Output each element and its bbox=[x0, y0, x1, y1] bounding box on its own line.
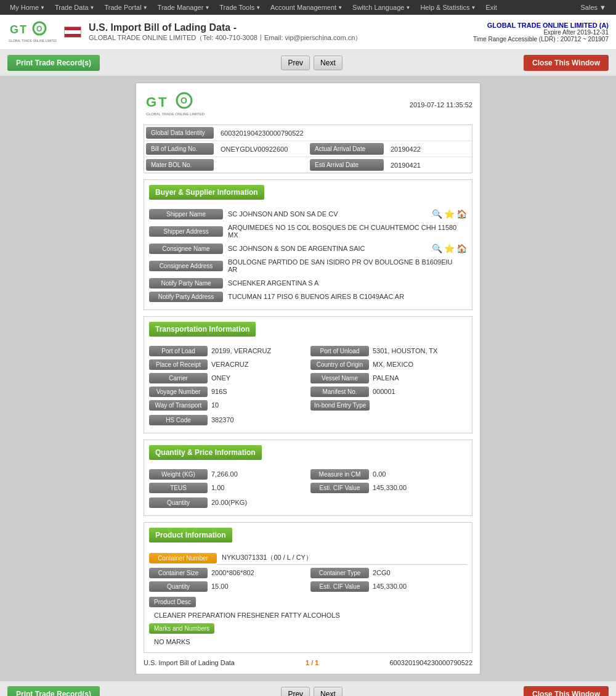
company-logo: G T O GLOBAL TRADE ONLINE LIMITED bbox=[7, 20, 57, 44]
shipper-icons: 🔍 ⭐ 🏠 bbox=[432, 209, 467, 219]
manifest-no-row: Manifest No. 000001 bbox=[310, 386, 467, 397]
notify-party-name-label: Notify Party Name bbox=[149, 278, 223, 289]
nav-switch-language[interactable]: Switch Language ▼ bbox=[347, 0, 415, 15]
notify-party-address-label: Notify Party Address bbox=[149, 292, 223, 302]
port-of-unload-value: 5301, HOUSTON, TX bbox=[369, 345, 441, 356]
quantity-label: Quantity bbox=[149, 497, 208, 508]
master-bol-label: Mater BOL No. bbox=[146, 159, 214, 171]
nav-trade-data[interactable]: Trade Data ▼ bbox=[50, 0, 100, 15]
bottom-close-button[interactable]: Close This Window bbox=[524, 686, 609, 696]
page-subtitle: GLOBAL TRADE ONLINE LIMITED（Tel: 400-710… bbox=[89, 33, 362, 43]
record-date: 2019-07-12 11:35:52 bbox=[410, 101, 472, 108]
teus-value: 1.00 bbox=[208, 482, 228, 493]
page-info: U.S. Import Bill of Lading Data 1 / 1 60… bbox=[144, 659, 472, 666]
manifest-no-label: Manifest No. bbox=[310, 387, 369, 397]
prod-header: Product Information bbox=[149, 528, 467, 546]
marks-numbers-value: NO MARKS bbox=[149, 636, 467, 647]
product-desc-value: CLEANER PREPARATION FRESHENER FATTY ALCO… bbox=[149, 610, 467, 621]
shipper-home-icon[interactable]: 🏠 bbox=[456, 209, 467, 219]
prod-esti-cif-row: Esti. CIF Value 145,330.00 bbox=[310, 581, 467, 592]
voyage-number-value: 916S bbox=[208, 386, 231, 397]
close-button[interactable]: Close This Window bbox=[524, 55, 609, 71]
bill-of-lading-value: ONEYGDLV00922600 bbox=[216, 143, 308, 155]
header-left: G T O GLOBAL TRADE ONLINE LIMITED U.S. I… bbox=[7, 20, 362, 44]
shipper-name-label: Shipper Name bbox=[149, 209, 223, 219]
vessel-name-label: Vessel Name bbox=[310, 373, 369, 383]
page-record-label: U.S. Import Bill of Lading Data bbox=[144, 659, 235, 666]
global-data-identity-label: Global Data Identity bbox=[146, 127, 214, 139]
top-toolbar: Print Trade Record(s) Prev Next Close Th… bbox=[0, 50, 616, 76]
identity-section: Global Data Identity 6003201904230000790… bbox=[144, 125, 472, 173]
country-of-origin-label: Country of Origin bbox=[310, 359, 369, 370]
qp-header: Quantity & Price Information bbox=[149, 445, 467, 464]
vessel-name-value: PALENA bbox=[369, 372, 403, 383]
bs-header: Buyer & Supplier Information bbox=[149, 185, 467, 203]
shipper-star-icon[interactable]: ⭐ bbox=[444, 209, 455, 219]
shipper-name-value: SC JOHNSON AND SON SA DE CV bbox=[223, 208, 429, 219]
page-title-block: U.S. Import Bill of Lading Data - GLOBAL… bbox=[89, 22, 362, 43]
measure-cm-value: 0.00 bbox=[369, 469, 389, 480]
nav-sales[interactable]: Sales ▼ bbox=[576, 4, 611, 11]
prev-button[interactable]: Prev bbox=[281, 55, 310, 70]
country-of-origin-row: Country of Origin MX, MEXICO bbox=[310, 359, 467, 370]
prod-section-title: Product Information bbox=[149, 528, 232, 542]
nav-help-statistics[interactable]: Help & Statistics ▼ bbox=[415, 0, 480, 15]
notify-party-address-row: Notify Party Address TUCUMAN 117 PISO 6 … bbox=[149, 291, 467, 302]
buyer-supplier-section: Buyer & Supplier Information Shipper Nam… bbox=[144, 179, 472, 310]
gto-company-name: GLOBAL TRADE ONLINE LIMITED (A) bbox=[473, 22, 609, 29]
bottom-nav: Prev Next bbox=[281, 687, 342, 696]
shipper-search-icon[interactable]: 🔍 bbox=[432, 209, 442, 219]
consignee-star-icon[interactable]: ⭐ bbox=[444, 244, 455, 253]
expire-date: Expire After 2019-12-31 bbox=[473, 29, 609, 36]
trans-section-title: Transportation Information bbox=[149, 322, 256, 337]
consignee-name-row: Consignee Name SC JOHNSON & SON DE ARGEN… bbox=[149, 243, 467, 254]
container-size-label: Container Size bbox=[149, 568, 208, 578]
container-number-value: NYKU3071331（00 / L / CY） bbox=[217, 551, 467, 565]
consignee-search-icon[interactable]: 🔍 bbox=[432, 244, 442, 253]
content-bg: G T O GLOBAL TRADE ONLINE LIMITED 2019-0… bbox=[0, 76, 616, 681]
trans-grid: Port of Load 20199, VERACRUZ Port of Unl… bbox=[149, 345, 467, 413]
nav-trade-manager[interactable]: Trade Manager ▼ bbox=[153, 0, 215, 15]
esti-cif-row: Esti. CIF Value 145,330.00 bbox=[310, 482, 467, 493]
port-of-unload-label: Port of Unload bbox=[310, 346, 369, 356]
nav-exit[interactable]: Exit bbox=[480, 0, 501, 15]
page-number: 1 / 1 bbox=[306, 659, 318, 666]
in-bond-entry-row: In-bond Entry Type bbox=[310, 399, 467, 411]
prod-grid: Container Size 2000*806*802 Container Ty… bbox=[149, 567, 467, 594]
way-of-transport-row: Way of Transport 10 bbox=[149, 399, 306, 411]
toolbar-nav: Prev Next bbox=[281, 55, 342, 70]
master-bol-value bbox=[216, 163, 308, 168]
product-desc-label: Product Desc bbox=[149, 597, 196, 607]
page-record-id: 6003201904230000790522 bbox=[389, 659, 472, 666]
bottom-prev-button[interactable]: Prev bbox=[281, 687, 310, 696]
prod-quantity-value: 15.00 bbox=[208, 581, 232, 592]
prod-quantity-row: Quantity 15.00 bbox=[149, 581, 306, 592]
consignee-address-value: BOULOGNE PARTIDO DE SAN ISIDRO PR OV BOU… bbox=[223, 256, 467, 275]
bottom-print-button[interactable]: Print Trade Record(s) bbox=[7, 686, 100, 696]
esti-arrival-label: Esti Arrival Date bbox=[310, 159, 384, 171]
nav-trade-tools[interactable]: Trade Tools ▼ bbox=[214, 0, 265, 15]
nav-trade-portal[interactable]: Trade Portal ▼ bbox=[100, 0, 153, 15]
nav-my-home[interactable]: My Home ▼ bbox=[5, 0, 50, 15]
nav-account-management[interactable]: Account Management ▼ bbox=[265, 0, 347, 15]
container-number-label: Container Number bbox=[149, 553, 217, 563]
trans-header: Transportation Information bbox=[149, 322, 467, 340]
esti-cif-label: Esti. CIF Value bbox=[310, 483, 369, 493]
notify-party-name-row: Notify Party Name SCHENKER ARGENTINA S A bbox=[149, 277, 467, 289]
next-button[interactable]: Next bbox=[314, 55, 342, 70]
notify-party-name-value: SCHENKER ARGENTINA S A bbox=[223, 277, 467, 289]
container-type-row: Container Type 2CG0 bbox=[310, 567, 467, 578]
global-data-identity-row: Global Data Identity 6003201904230000790… bbox=[144, 125, 472, 141]
shipper-name-row: Shipper Name SC JOHNSON AND SON SA DE CV… bbox=[149, 208, 467, 219]
quantity-value: 20.00(PKG) bbox=[208, 497, 251, 508]
voyage-number-row: Voyage Number 916S bbox=[149, 386, 306, 397]
consignee-home-icon[interactable]: 🏠 bbox=[456, 244, 467, 253]
nav-items: My Home ▼ Trade Data ▼ Trade Portal ▼ Tr… bbox=[5, 0, 502, 15]
print-button[interactable]: Print Trade Record(s) bbox=[7, 55, 100, 71]
marks-numbers-label: Marks and Numbers bbox=[149, 623, 214, 634]
qp-grid: Weight (KG) 7,266.00 Measure in CM 0.00 … bbox=[149, 469, 467, 496]
bottom-next-button[interactable]: Next bbox=[314, 687, 342, 696]
country-of-origin-value: MX, MEXICO bbox=[369, 359, 417, 370]
toolbar-left: Print Trade Record(s) bbox=[7, 55, 100, 71]
hs-code-label: HS Code bbox=[149, 415, 208, 425]
